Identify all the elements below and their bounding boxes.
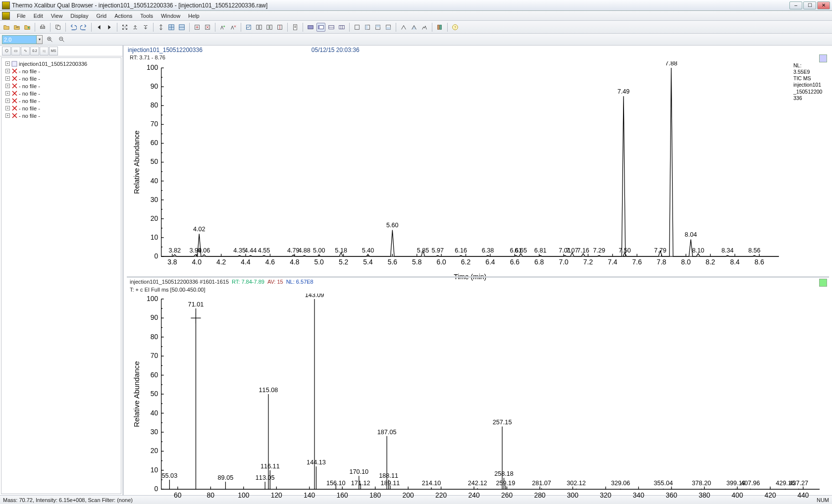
tree-item[interactable]: +- no file - — [2, 104, 120, 112]
zoom-out-icon[interactable] — [57, 35, 66, 44]
undo-icon[interactable] — [69, 23, 78, 32]
tree-item[interactable]: +injection101_150512200336 — [2, 60, 120, 67]
prev-icon[interactable] — [95, 23, 104, 32]
display-d-icon[interactable] — [337, 23, 346, 32]
grid-a-icon[interactable] — [353, 23, 362, 32]
mass-spectrum-panel[interactable]: injection101_150512200336 #1601-1615 RT:… — [127, 276, 829, 501]
peak-tool-b-icon[interactable] — [410, 23, 418, 32]
tree-item[interactable]: +- no file - — [2, 112, 120, 119]
expand-icon[interactable]: + — [5, 76, 10, 81]
layout2-icon[interactable] — [177, 23, 186, 32]
copy-icon[interactable] — [53, 23, 62, 32]
svg-text:4.2: 4.2 — [216, 257, 226, 265]
zoom-down-icon[interactable] — [141, 23, 150, 32]
open-seq-icon[interactable] — [12, 23, 21, 32]
injection-name: injection101_150512200336 — [128, 47, 203, 53]
help-icon[interactable]: ? — [451, 23, 460, 32]
tree-item[interactable]: +- no file - — [2, 82, 120, 90]
file-icon — [11, 61, 17, 67]
menu-file[interactable]: File — [13, 12, 30, 20]
zoom-in-icon[interactable] — [46, 35, 54, 44]
svg-text:4.6: 4.6 — [265, 257, 275, 265]
svg-text:4.44: 4.44 — [245, 247, 257, 254]
tree-peak-icon[interactable]: ↕↨ — [40, 47, 49, 55]
print-icon[interactable] — [38, 23, 47, 32]
peak-tool-c-icon[interactable] — [420, 23, 429, 32]
svg-rect-20 — [339, 25, 345, 29]
grid-c-icon[interactable] — [373, 23, 382, 32]
tree-page-icon[interactable]: ▭ — [11, 47, 20, 55]
pin-active-icon[interactable] — [819, 279, 827, 287]
report-icon[interactable] — [291, 23, 300, 32]
tree-item[interactable]: +- no file - — [2, 67, 120, 75]
maximize-button[interactable]: ☐ — [803, 1, 816, 9]
tree-view-icon[interactable]: ⌬ — [2, 47, 11, 55]
close-button[interactable]: ✕ — [817, 1, 830, 9]
expand-icon[interactable]: + — [5, 91, 10, 96]
expand-icon[interactable]: + — [5, 106, 10, 110]
svg-text:5.6: 5.6 — [388, 257, 397, 265]
menu-help[interactable]: Help — [184, 12, 204, 20]
extract-icon[interactable] — [275, 23, 284, 32]
svg-text:6.16: 6.16 — [455, 247, 467, 254]
tree-chrom-icon[interactable]: ∿ — [21, 47, 30, 55]
display-a-icon[interactable] — [306, 23, 315, 32]
menu-display[interactable]: Display — [66, 12, 92, 20]
menu-grid[interactable]: Grid — [92, 12, 110, 20]
svg-rect-10 — [257, 25, 259, 29]
tree-ms-icon[interactable]: MS — [49, 47, 58, 55]
svg-text:257.15: 257.15 — [493, 418, 512, 426]
layout-icon[interactable] — [167, 23, 176, 32]
svg-text:4.88: 4.88 — [298, 247, 311, 254]
display-c-icon[interactable] — [327, 23, 336, 32]
svg-text:5.4: 5.4 — [363, 257, 372, 265]
expand-icon[interactable]: + — [5, 69, 10, 73]
minimize-button[interactable]: – — [789, 1, 802, 9]
tree-item[interactable]: +- no file - — [2, 97, 120, 104]
zoom-dropdown-icon[interactable] — [37, 35, 43, 44]
delete-cell-icon[interactable] — [203, 23, 212, 32]
add-peak-icon[interactable] — [218, 23, 227, 32]
expand-vert-icon[interactable] — [156, 23, 165, 32]
library-icon[interactable] — [435, 23, 444, 32]
svg-text:?: ? — [454, 25, 457, 29]
svg-text:6.81: 6.81 — [534, 247, 547, 254]
menu-view[interactable]: View — [47, 12, 67, 20]
zoom-input[interactable] — [2, 35, 37, 44]
status-left: Mass: 70.72, Intensity: 6.15e+008, Scan … — [3, 497, 133, 503]
next-icon[interactable] — [105, 23, 114, 32]
expand-icon[interactable]: + — [5, 99, 10, 103]
tree-ratio-icon[interactable]: 0.2 — [30, 47, 39, 55]
zoom-up-icon[interactable] — [131, 23, 140, 32]
subtract-icon[interactable] — [255, 23, 263, 32]
display-b-icon[interactable] — [316, 23, 325, 32]
insert-cell-icon[interactable] — [193, 23, 202, 32]
expand-icon[interactable]: + — [5, 113, 10, 118]
open-icon[interactable] — [2, 23, 11, 32]
svg-text:407.96: 407.96 — [741, 479, 760, 487]
menu-actions[interactable]: Actions — [110, 12, 136, 20]
tree-item[interactable]: +- no file - — [2, 75, 120, 82]
average-icon[interactable] — [265, 23, 274, 32]
svg-rect-15 — [294, 24, 297, 30]
file-tree[interactable]: +injection101_150512200336+- no file -+-… — [1, 57, 121, 494]
remove-peak-icon[interactable] — [229, 23, 238, 32]
processing-icon[interactable] — [244, 23, 253, 32]
chromatogram-panel[interactable]: RT: 3.71 - 8.76 NL:3.55E9TIC MSinjection… — [127, 53, 829, 274]
grid-b-icon[interactable] — [363, 23, 372, 32]
expand-icon[interactable]: + — [5, 84, 10, 88]
peak-tool-a-icon[interactable] — [399, 23, 408, 32]
pin-icon[interactable] — [819, 54, 827, 62]
expand-icon[interactable]: + — [5, 61, 10, 66]
svg-text:0: 0 — [155, 252, 158, 260]
menu-window[interactable]: Window — [157, 12, 184, 20]
open-result-icon[interactable] — [23, 23, 32, 32]
grid-d-icon[interactable] — [384, 23, 393, 32]
menu-tools[interactable]: Tools — [136, 12, 157, 20]
svg-text:Relative Abundance: Relative Abundance — [133, 361, 141, 427]
menu-edit[interactable]: Edit — [30, 12, 47, 20]
autoscale-icon[interactable] — [120, 23, 129, 32]
tree-item[interactable]: +- no file - — [2, 90, 120, 97]
redo-icon[interactable] — [79, 23, 88, 32]
svg-text:4.0: 4.0 — [192, 257, 202, 265]
